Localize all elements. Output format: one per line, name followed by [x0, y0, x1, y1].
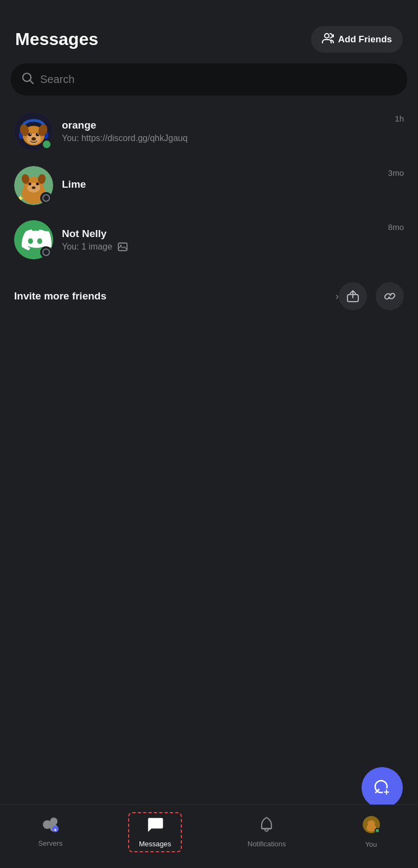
- dm-name-notnelly: Not Nelly: [62, 228, 388, 240]
- nav-label-servers: Servers: [38, 839, 62, 847]
- dm-info-notnelly: Not Nelly You: 1 image: [62, 228, 388, 252]
- svg-rect-40: [262, 828, 271, 829]
- messages-icon: [147, 816, 163, 837]
- nav-label-messages: Messages: [139, 840, 171, 848]
- svg-point-13: [36, 133, 39, 136]
- status-ring-notnelly: [40, 246, 52, 258]
- svg-point-12: [28, 133, 31, 136]
- svg-point-16: [31, 137, 36, 141]
- search-input[interactable]: [40, 73, 396, 86]
- search-icon: [22, 72, 34, 87]
- dm-info-lime: Lime: [62, 178, 388, 193]
- link-button[interactable]: [376, 282, 404, 310]
- svg-text:●: ●: [54, 827, 56, 832]
- dm-name-orange: orange: [62, 119, 395, 131]
- invite-friends-link[interactable]: Invite more friends ›: [14, 290, 339, 302]
- add-friends-label: Add Friends: [338, 34, 392, 45]
- dm-item-lime[interactable]: ✦ Lime 3mo: [5, 158, 413, 213]
- svg-point-14: [30, 133, 31, 135]
- svg-point-36: [50, 818, 58, 825]
- svg-point-25: [32, 187, 36, 189]
- you-online-indicator: [375, 828, 380, 833]
- nav-item-servers[interactable]: ● Servers: [27, 813, 73, 852]
- dm-name-lime: Lime: [62, 178, 388, 190]
- svg-point-0: [325, 34, 329, 38]
- add-friend-icon: [322, 33, 334, 46]
- svg-point-24: [36, 183, 39, 186]
- svg-point-23: [29, 183, 31, 186]
- bottom-nav: ● Servers Messages Notifications: [0, 805, 418, 868]
- dm-item-orange[interactable]: orange You: https://discord.gg/qhkJgauq …: [5, 104, 413, 158]
- dm-time-notnelly: 8mo: [388, 222, 404, 232]
- search-container: [11, 63, 407, 95]
- avatar-container-lime: ✦: [14, 166, 53, 205]
- svg-line-4: [30, 80, 33, 84]
- svg-point-15: [37, 133, 39, 135]
- servers-icon: ●: [42, 817, 59, 836]
- nav-label-you: You: [365, 840, 377, 848]
- dm-preview-notnelly: You: 1 image: [62, 242, 388, 252]
- bell-icon: [259, 816, 274, 837]
- avatar-container-notnelly: [14, 220, 53, 259]
- dm-item-notnelly[interactable]: Not Nelly You: 1 image 8mo: [5, 213, 413, 267]
- new-message-fab[interactable]: [362, 767, 403, 808]
- nav-item-you[interactable]: You: [352, 812, 391, 853]
- nav-item-messages[interactable]: Messages: [128, 812, 182, 852]
- nav-label-notifications: Notifications: [248, 840, 286, 848]
- share-button[interactable]: [339, 282, 367, 310]
- header: Messages Add Friends: [0, 0, 418, 63]
- dm-list: orange You: https://discord.gg/qhkJgauq …: [0, 104, 418, 267]
- dm-time-lime: 3mo: [388, 168, 404, 177]
- invite-text: Invite more friends: [14, 290, 331, 302]
- svg-text:✦: ✦: [16, 193, 24, 204]
- invite-section: Invite more friends ›: [0, 271, 418, 321]
- nav-item-notifications[interactable]: Notifications: [237, 812, 297, 852]
- dm-time-orange: 1h: [395, 114, 404, 123]
- avatar-container-orange: [14, 112, 53, 151]
- search-bar[interactable]: [11, 63, 407, 95]
- status-online-orange: [41, 139, 52, 150]
- add-friends-button[interactable]: Add Friends: [311, 26, 403, 53]
- page-title: Messages: [15, 29, 98, 49]
- dm-preview-orange: You: https://discord.gg/qhkJgauq: [62, 133, 395, 143]
- you-avatar-icon: [363, 816, 380, 837]
- dm-info-orange: orange You: https://discord.gg/qhkJgauq: [62, 119, 395, 143]
- status-ring-lime: [40, 192, 52, 204]
- invite-actions: [339, 282, 404, 310]
